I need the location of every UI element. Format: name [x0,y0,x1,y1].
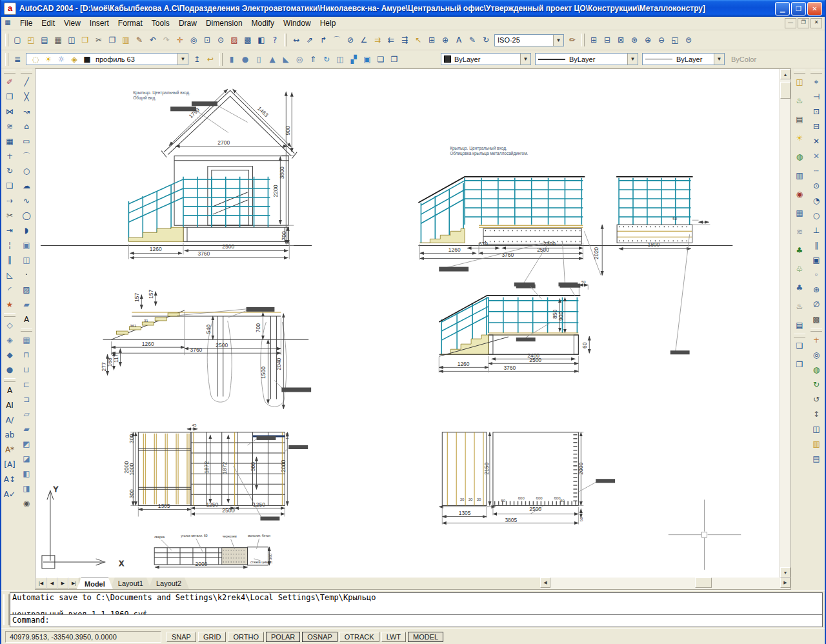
layer-select[interactable]: ◌☀☼◈■ профиль 63 ▼ [26,53,188,65]
new-file-button[interactable]: ▢ [11,34,24,46]
right-view-button[interactable]: ⊐ [19,393,34,406]
layer-previous-button[interactable]: ↩ [204,53,217,66]
rectangle-button[interactable]: ▭ [19,135,34,148]
copy-object-button[interactable]: ❐ [3,90,17,103]
plot-preview-button[interactable]: ◫ [65,34,78,46]
stretch-button[interactable]: ⇢ [3,194,17,207]
scroll-up-icon[interactable]: ▲ [780,69,791,79]
zoom-realtime-button[interactable]: ◎ [187,34,200,46]
revision-cloud-button[interactable]: ☁ [19,179,34,192]
chevron-down-icon[interactable]: ▼ [627,54,638,65]
layer-on-icon[interactable]: ◌ [29,53,42,66]
pan-realtime-2-button[interactable]: + [809,334,823,347]
dim-style-button[interactable]: ✏ [566,34,579,46]
snap-to-extension-button[interactable]: ┈ [809,165,823,177]
publish-button[interactable]: ❒ [79,34,92,46]
toolbar-grip[interactable] [811,70,822,74]
zoom-previous-button[interactable]: ⊙ [214,34,227,46]
solids-setup-view-button[interactable]: ❐ [388,53,401,66]
text-style-button[interactable]: A* [3,443,17,456]
nw-isometric-button[interactable]: ◨ [19,482,34,495]
toolbar-grip[interactable] [21,70,32,74]
grid-toggle[interactable]: GRID [198,632,227,642]
fillet-button[interactable]: ◜ [3,283,17,296]
polygon-button[interactable]: ⌂ [19,120,34,133]
tool-palettes-button[interactable]: ◧ [255,34,268,46]
layer-lock-icon[interactable]: ◈ [68,53,81,66]
zoom-all-button[interactable]: ◱ [669,34,681,46]
background-button[interactable]: ▦ [792,206,807,219]
line-button[interactable]: ╱ [19,75,34,88]
light-button[interactable]: ☀ [792,132,807,145]
mirror-button[interactable]: ⋈ [3,105,17,118]
menu-tools[interactable]: Tools [147,17,174,29]
solids-setup-drawing-button[interactable]: ❏ [374,53,387,66]
mdi-close-button[interactable]: ✕ [811,18,822,28]
menu-format[interactable]: Format [114,17,147,29]
toolbar-grip[interactable] [219,53,223,66]
command-window-splitter[interactable] [3,594,10,625]
circle-button[interactable]: ○ [19,165,34,177]
polyline-button[interactable]: ↝ [19,105,34,118]
scroll-right-icon[interactable]: ▶ [780,578,791,588]
ellipse-button[interactable]: ◯ [19,209,34,222]
mdi-minimize-button[interactable]: — [785,18,796,28]
render-preferences-button[interactable]: ♨ [792,300,807,313]
dim-style-select[interactable]: ISO-25 ▼ [494,34,564,46]
zoom-out-button[interactable]: ⊖ [655,34,668,46]
coordinates-readout[interactable]: 40979.9513, -33540.3950, 0.0000 [5,631,161,643]
linetype-select[interactable]: ByLayer ▼ [535,53,638,65]
menu-draw[interactable]: Draw [174,17,201,29]
open-file-button[interactable]: ◰ [25,34,37,46]
dim-text-edit-button[interactable]: ✎ [466,34,479,46]
zoom-in-button[interactable]: ⊕ [641,34,654,46]
minimize-button[interactable]: ▁ [775,2,790,15]
ortho-toggle[interactable]: ORTHO [228,632,264,642]
layer-thaw-icon[interactable]: ☼ [55,53,68,66]
quick-leader-button[interactable]: ↖ [412,34,425,46]
toolbar-grip[interactable] [4,70,15,74]
solids-wedge-button[interactable]: ◣ [279,53,292,66]
3d-swivel-button[interactable]: ↺ [809,393,823,406]
toolbar-grip[interactable] [21,328,32,332]
menu-file[interactable]: File [15,17,37,29]
shade-3d-wireframe-button[interactable]: ◈ [3,334,17,347]
layers-button[interactable]: ≣ [11,53,24,66]
front-clip-on-off-button[interactable]: ▥ [809,438,823,450]
menu-edit[interactable]: Edit [37,17,59,29]
point-button[interactable]: · [19,268,34,281]
explode-button[interactable]: ★ [3,298,17,311]
toolbar-grip[interactable] [4,378,15,382]
dim-update-button[interactable]: ↻ [479,34,492,46]
back-clip-on-off-button[interactable]: ▤ [809,452,823,465]
construction-line-button[interactable]: ╳ [19,90,34,103]
toolbar-grip[interactable] [4,313,15,317]
chevron-down-icon[interactable]: ▼ [177,54,188,65]
restore-button[interactable]: ❐ [791,2,806,15]
mdi-restore-button[interactable]: ❐ [798,18,809,28]
snap-from-button[interactable]: ⊣ [809,90,823,103]
tab-layout1[interactable]: Layout1 [110,578,151,589]
save-button[interactable]: ▤ [38,34,51,46]
toolbar-grip[interactable] [794,334,805,337]
vertical-scrollbar[interactable]: ▲ ▼ [780,69,791,578]
ne-isometric-button[interactable]: ◧ [19,467,34,480]
top-view-button[interactable]: ⊓ [19,348,34,361]
justify-text-button[interactable]: A↕ [3,473,17,486]
paste-button[interactable]: ▥ [119,34,132,46]
hscroll-thumb[interactable] [695,578,712,588]
chevron-down-icon[interactable]: ▼ [714,54,724,65]
model-space-canvas[interactable]: Y X 270017991463900220038007001260250037… [35,69,780,578]
solids-revolve-button[interactable]: ↻ [320,53,333,66]
find-replace-button[interactable]: ab [3,428,17,441]
break-button[interactable]: ‖ [3,254,17,267]
solids-slice-button[interactable]: ◫ [334,53,347,66]
3d-continuous-orbit-button[interactable]: ↻ [809,378,823,391]
menu-view[interactable]: View [59,17,85,29]
solids-torus-button[interactable]: ◎ [293,53,306,66]
zoom-center-button[interactable]: ⊛ [628,34,641,46]
make-object-layer-current-button[interactable]: ↥ [190,53,203,66]
snap-to-tangent-button[interactable]: ○ [809,209,823,222]
toolbar-grip[interactable] [284,34,287,46]
pan-realtime-button[interactable]: ✛ [174,34,186,46]
